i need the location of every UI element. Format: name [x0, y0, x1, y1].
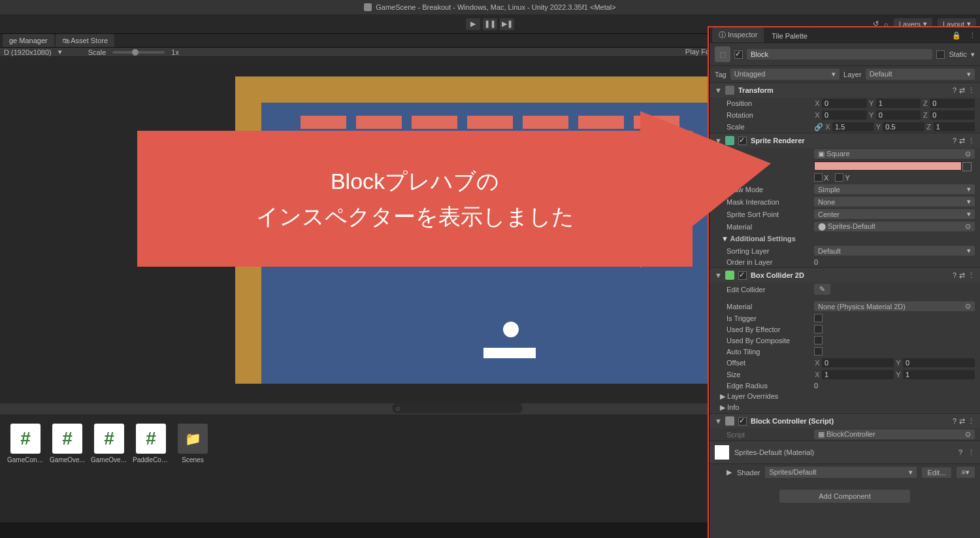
rot-x[interactable]: 0 [822, 110, 867, 120]
rot-z[interactable]: 0 [930, 110, 975, 120]
ball [503, 322, 519, 337]
pos-y[interactable]: 1 [876, 99, 921, 108]
help-icon[interactable]: ? [953, 86, 956, 95]
material-icon [715, 445, 729, 460]
order-field[interactable]: 0 [814, 258, 975, 266]
color-field[interactable] [814, 161, 962, 171]
link-icon[interactable]: 🔗 [814, 123, 823, 131]
inspector-panel: ⓘ Inspector Tile Palette 🔒 ⋮ ⬚ Block Sta… [709, 27, 980, 538]
tab-inspector[interactable]: ⓘ Inspector [712, 27, 764, 42]
size-x[interactable]: 1 [822, 370, 894, 379]
active-checkbox[interactable] [734, 50, 743, 59]
flip-y[interactable] [835, 173, 843, 182]
script-enable-checkbox[interactable] [738, 417, 747, 426]
menu-icon[interactable]: ⋮ [968, 86, 975, 95]
brick [412, 116, 457, 129]
tab-asset-store[interactable]: 🛍 Asset Store [56, 34, 114, 47]
tag-dropdown[interactable]: Untagged▾ [730, 69, 840, 80]
sortinglayer-dropdown[interactable]: Default▾ [814, 246, 975, 256]
callout-line2: インスペクターを表示しました [256, 199, 574, 234]
edit-collider-button[interactable]: ✎ [814, 284, 830, 295]
annotation-callout: Blockプレハブの インスペクターを表示しました [137, 131, 693, 267]
offset-y[interactable]: 0 [903, 358, 975, 367]
box-collider-header[interactable]: ▼ Box Collider 2D ?⇄⋮ [710, 268, 980, 282]
scale-x[interactable]: 1.5 [832, 122, 874, 131]
pos-x[interactable]: 0 [822, 99, 867, 108]
sortpoint-dropdown[interactable]: Center▾ [814, 209, 975, 219]
pause-button[interactable]: ❚❚ [483, 18, 497, 30]
menu-icon[interactable]: ⋮ [968, 448, 975, 457]
brick [301, 116, 346, 129]
play-button[interactable]: ▶ [466, 18, 480, 30]
static-checkbox[interactable] [936, 50, 945, 59]
script-field: ▦ BlockController⊙ [814, 429, 975, 439]
flip-x[interactable] [814, 173, 823, 182]
help-icon[interactable]: ? [958, 448, 962, 456]
rot-y[interactable]: 0 [876, 110, 921, 120]
material-field[interactable]: ⬤ Sprites-Default⊙ [814, 222, 975, 231]
step-button[interactable]: ▶❚ [500, 18, 514, 30]
unity-icon [364, 3, 372, 11]
brick [578, 116, 624, 129]
asset-item[interactable]: #GameOver... [93, 424, 125, 513]
edit-shader-button[interactable]: Edit... [922, 467, 951, 478]
brick [467, 116, 513, 129]
layer-overrides-foldout[interactable]: ▶ Layer Overrides [710, 391, 980, 402]
layer-dropdown[interactable]: Default▾ [866, 69, 975, 80]
brick [356, 116, 402, 129]
add-component-button[interactable]: Add Component [779, 490, 910, 503]
physmat-field[interactable]: None (Physics Material 2D)⊙ [814, 301, 975, 311]
assets-search[interactable] [392, 403, 523, 413]
tab-tile-palette[interactable]: Tile Palette [765, 29, 814, 42]
scale-value: 1x [171, 48, 179, 56]
scale-z[interactable]: 1 [934, 122, 975, 131]
asset-item[interactable]: 📁Scenes [176, 424, 209, 513]
search-icon[interactable]: ⌕ [884, 20, 889, 28]
prefab-icon[interactable]: ⬚ [715, 46, 730, 62]
transform-icon [725, 86, 734, 95]
preset-icon[interactable]: ⇄ [959, 86, 965, 95]
asset-item[interactable]: #GameCont... [9, 424, 42, 513]
offset-x[interactable]: 0 [822, 358, 894, 367]
sprite-field[interactable]: ▣ Square⊙ [814, 149, 975, 159]
layer-label: Layer [843, 71, 862, 78]
callout-line1: Blockプレハブの [331, 163, 499, 199]
asset-item[interactable]: #GameOve... [51, 424, 84, 513]
static-dropdown-icon[interactable]: ▾ [971, 50, 975, 59]
bc-enable-checkbox[interactable] [738, 271, 747, 280]
static-label: Static [949, 50, 967, 58]
brick [523, 116, 568, 129]
scale-label: Scale [88, 48, 106, 56]
scale-slider[interactable] [112, 51, 165, 54]
transform-header[interactable]: ▼ Transform ?⇄⋮ [710, 83, 980, 97]
script-icon [725, 416, 734, 426]
size-y[interactable]: 1 [903, 370, 975, 379]
object-name-field[interactable]: Block [747, 49, 932, 59]
box-collider-icon [725, 271, 734, 280]
istrigger-checkbox[interactable] [814, 314, 823, 322]
menu-icon[interactable]: ⋮ [965, 29, 980, 42]
edge-radius[interactable]: 0 [814, 382, 975, 390]
paddle [483, 348, 536, 358]
drawmode-dropdown[interactable]: Simple▾ [814, 184, 975, 194]
scale-y[interactable]: 0.5 [883, 122, 924, 131]
asset-item[interactable]: #PaddleCon... [135, 424, 167, 513]
tab-package-manager[interactable]: ge Manager [3, 34, 54, 47]
window-titlebar: GameScene - Breakout - Windows, Mac, Lin… [0, 0, 980, 14]
autotiling-checkbox[interactable] [814, 347, 823, 356]
pos-z[interactable]: 0 [930, 99, 975, 108]
block-controller-header[interactable]: ▼ Block Controller (Script) ?⇄⋮ [710, 414, 980, 428]
tag-label: Tag [715, 71, 727, 78]
shader-menu-button[interactable]: ≡▾ [956, 467, 975, 478]
effector-checkbox[interactable] [814, 325, 823, 333]
material-header[interactable]: Sprites-Default (Material) ?⋮ [710, 441, 980, 464]
shader-dropdown[interactable]: Sprites/Default▾ [765, 467, 917, 478]
window-title: GameScene - Breakout - Windows, Mac, Lin… [376, 3, 615, 11]
info-foldout[interactable]: ▶ Info [710, 402, 980, 413]
display-dropdown[interactable]: D (1920x1080) [4, 48, 52, 56]
lock-icon[interactable]: 🔒 [948, 29, 965, 42]
composite-checkbox[interactable] [814, 336, 823, 345]
mask-dropdown[interactable]: None▾ [814, 197, 975, 207]
